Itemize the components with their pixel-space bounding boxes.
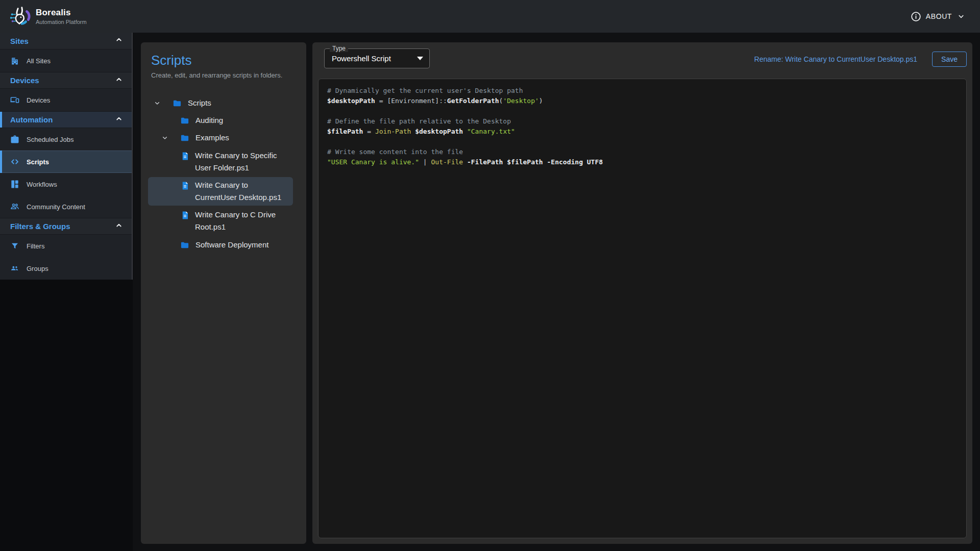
app-title: Borealis Automation Platform bbox=[36, 8, 87, 25]
chevron-up-icon bbox=[114, 75, 124, 86]
code-line: # Write some content into the file bbox=[327, 147, 958, 157]
sidebar: SitesAll SitesDevicesDevicesAutomationSc… bbox=[0, 33, 133, 551]
code-icon bbox=[9, 156, 20, 167]
scripts-panel-title: Scripts bbox=[151, 53, 296, 68]
file-icon bbox=[180, 210, 190, 221]
code-line: $filePath = Join-Path $desktopPath "Cana… bbox=[327, 127, 958, 137]
sidebar-item-label: Community Content bbox=[27, 203, 85, 211]
sidebar-item-scripts[interactable]: Scripts bbox=[0, 151, 132, 173]
tree-item-label: Write Canary to Specific User Folder.ps1 bbox=[195, 149, 286, 174]
save-button[interactable]: Save bbox=[932, 52, 967, 67]
tree-folder-auditing[interactable]: Auditing bbox=[148, 112, 293, 129]
chevron-up-icon bbox=[114, 35, 124, 46]
file-icon bbox=[180, 151, 190, 162]
app-subtitle: Automation Platform bbox=[36, 19, 87, 25]
sidebar-section-label: Sites bbox=[10, 37, 114, 45]
tree-item-label: Software Deployment bbox=[195, 239, 268, 251]
chevron-up-icon bbox=[114, 114, 124, 126]
chevron-slot-empty bbox=[161, 114, 174, 127]
code-line: "USER Canary is alive." | Out-File -File… bbox=[327, 157, 958, 167]
devices-icon bbox=[9, 94, 20, 106]
sidebar-item-workflows[interactable]: Workflows bbox=[0, 173, 132, 195]
folder-icon bbox=[179, 116, 190, 126]
tree-item-label: Write Canary to CurrentUser Desktop.ps1 bbox=[195, 179, 286, 204]
folder-icon bbox=[179, 133, 190, 143]
editor-header: Type Powershell Script Rename: Write Can… bbox=[318, 47, 967, 71]
sidebar-section-filters-groups[interactable]: Filters & Groups bbox=[0, 218, 132, 235]
sidebar-section-label: Filters & Groups bbox=[10, 222, 114, 231]
workflow-icon bbox=[9, 179, 20, 190]
tree-item-label: Examples bbox=[195, 132, 229, 144]
code-line: # Dynamically get the current user's Des… bbox=[327, 86, 958, 96]
type-select-label: Type bbox=[330, 45, 348, 52]
sidebar-item-label: Devices bbox=[27, 96, 50, 104]
tree-item-label: Scripts bbox=[188, 97, 211, 109]
building-icon bbox=[9, 55, 20, 66]
app-name: Borealis bbox=[36, 8, 87, 18]
code-line bbox=[327, 106, 958, 116]
tree-item-label: Write Canary to C Drive Root.ps1 bbox=[195, 209, 286, 233]
sidebar-item-label: Groups bbox=[27, 265, 48, 272]
sidebar-item-all-sites[interactable]: All Sites bbox=[0, 49, 132, 72]
code-editor[interactable]: # Dynamically get the current user's Des… bbox=[318, 79, 967, 538]
sidebar-section-label: Devices bbox=[10, 76, 114, 85]
filter-icon bbox=[9, 240, 20, 252]
sidebar-item-devices[interactable]: Devices bbox=[0, 89, 132, 111]
select-caret-icon bbox=[417, 57, 423, 60]
groups-icon bbox=[9, 263, 20, 274]
scripts-panel-subtitle: Create, edit, and rearrange scripts in f… bbox=[151, 71, 296, 79]
scripts-tree: ScriptsAuditingExamplesWrite Canary to S… bbox=[148, 94, 296, 254]
chevron-up-icon bbox=[114, 221, 124, 232]
chevron-down-icon[interactable] bbox=[161, 132, 174, 144]
sidebar-item-label: Scripts bbox=[27, 158, 49, 166]
main-content: Scripts Create, edit, and rearrange scri… bbox=[133, 33, 980, 551]
chevron-down-icon bbox=[957, 12, 966, 21]
about-menu[interactable]: ABOUT bbox=[911, 11, 966, 22]
tree-item-label: Auditing bbox=[195, 114, 223, 127]
briefcase-icon bbox=[9, 134, 20, 145]
sidebar-item-filters[interactable]: Filters bbox=[0, 235, 132, 257]
rename-link[interactable]: Rename: Write Canary to CurrentUser Desk… bbox=[754, 55, 918, 63]
chevron-slot-empty bbox=[161, 239, 174, 251]
scripts-panel: Scripts Create, edit, and rearrange scri… bbox=[141, 42, 306, 544]
sidebar-item-community-content[interactable]: Community Content bbox=[0, 195, 132, 218]
sidebar-item-label: Filters bbox=[27, 242, 44, 250]
code-line bbox=[327, 137, 958, 147]
borealis-rabbit-logo bbox=[8, 5, 32, 28]
sidebar-item-label: Scheduled Jobs bbox=[27, 136, 74, 143]
sidebar-section-sites[interactable]: Sites bbox=[0, 33, 132, 49]
tree-file-write-canary-to-c-drive-root-ps1[interactable]: Write Canary to C Drive Root.ps1 bbox=[148, 207, 293, 235]
sidebar-section-automation[interactable]: Automation bbox=[0, 111, 132, 128]
tree-folder-scripts[interactable]: Scripts bbox=[148, 94, 293, 112]
tree-file-write-canary-to-currentuser-desktop-ps1[interactable]: Write Canary to CurrentUser Desktop.ps1 bbox=[148, 177, 293, 206]
editor-panel: Type Powershell Script Rename: Write Can… bbox=[312, 42, 972, 544]
app-header: Borealis Automation Platform ABOUT bbox=[0, 0, 980, 33]
tree-folder-examples[interactable]: Examples bbox=[148, 129, 293, 146]
sidebar-item-groups[interactable]: Groups bbox=[0, 257, 132, 280]
sidebar-item-label: All Sites bbox=[27, 57, 51, 65]
type-select[interactable]: Type Powershell Script bbox=[324, 48, 430, 68]
sidebar-item-scheduled-jobs[interactable]: Scheduled Jobs bbox=[0, 128, 132, 151]
folder-icon bbox=[179, 240, 190, 250]
file-icon bbox=[180, 180, 190, 191]
about-label: ABOUT bbox=[926, 12, 952, 20]
chevron-down-icon[interactable] bbox=[153, 97, 166, 109]
tree-file-write-canary-to-specific-user-folder-ps1[interactable]: Write Canary to Specific User Folder.ps1 bbox=[148, 147, 293, 176]
folder-icon bbox=[172, 98, 183, 108]
code-line: $desktopPath = [Environment]::GetFolderP… bbox=[327, 96, 958, 106]
info-icon bbox=[911, 11, 921, 22]
tree-folder-software-deployment[interactable]: Software Deployment bbox=[148, 236, 293, 254]
sidebar-section-devices[interactable]: Devices bbox=[0, 72, 132, 89]
code-line: # Define the file path relative to the D… bbox=[327, 116, 958, 127]
sidebar-item-label: Workflows bbox=[27, 181, 57, 188]
sidebar-section-label: Automation bbox=[10, 115, 114, 124]
people-icon bbox=[9, 201, 20, 212]
type-select-value: Powershell Script bbox=[332, 54, 417, 63]
